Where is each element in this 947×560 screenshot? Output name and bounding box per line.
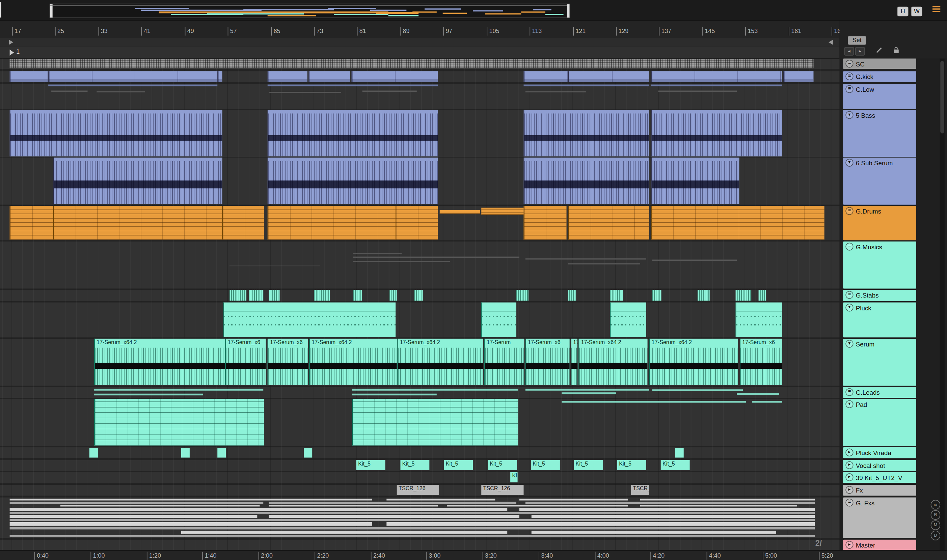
clip-mark[interactable] [362, 91, 417, 92]
clip-mark[interactable] [525, 258, 646, 260]
track-header-serum[interactable]: ▾Serum [843, 339, 916, 386]
clip-kit[interactable]: Kit_5 [356, 460, 385, 470]
clip-drums[interactable] [222, 206, 264, 240]
clip-kick[interactable] [217, 71, 222, 82]
clip-sub[interactable] [524, 157, 649, 204]
clip-lead[interactable] [525, 389, 649, 390]
clip-lead[interactable] [752, 401, 782, 403]
clip-drums[interactable] [396, 206, 438, 240]
clip-kick[interactable] [48, 71, 217, 82]
group-icon[interactable]: ≡ [845, 498, 853, 506]
unfold-icon[interactable]: ▾ [845, 400, 853, 408]
clip-lead[interactable] [352, 394, 437, 395]
clip-drums[interactable] [10, 206, 53, 240]
clip-drumthin[interactable] [481, 208, 524, 215]
clip-stab[interactable] [759, 290, 766, 301]
group-icon[interactable]: ≡ [845, 60, 853, 68]
track-header-master[interactable]: ▸Master [843, 540, 916, 550]
clip-serum[interactable]: 17-Serum_x6 [268, 339, 308, 385]
clip-drums[interactable] [524, 206, 566, 240]
clip-bass[interactable] [10, 110, 222, 157]
vertical-scrollbar[interactable] [939, 59, 944, 550]
clip-stab[interactable] [698, 290, 710, 301]
clip-serum[interactable]: 17-Serum_x6 [225, 339, 266, 385]
track-header-bass5[interactable]: ▾5 Bass [843, 110, 916, 157]
toggle-D-button[interactable]: D [931, 531, 941, 540]
clip-bass[interactable] [268, 110, 438, 157]
clip-kick[interactable] [308, 71, 350, 82]
clip-serum[interactable]: 17-Serum_x64 2 [649, 339, 738, 385]
clip-wave2[interactable] [525, 502, 815, 504]
next-locator-button[interactable]: ▸ [855, 47, 865, 56]
clip-pluck[interactable] [223, 303, 396, 337]
clip-wave[interactable] [640, 498, 815, 500]
track-header-gfxs[interactable]: ≡G. Fxs [843, 498, 916, 538]
clip-serum[interactable]: 17-Serum [484, 339, 524, 385]
bar-ruler[interactable]: 1725334149576573818997105113121129137145… [0, 20, 839, 38]
clip-kit[interactable]: Kit_5 [531, 460, 560, 470]
clip-serum[interactable]: 17-Serum_x6 [740, 339, 782, 385]
clip-lead[interactable] [652, 389, 743, 391]
clip-sq[interactable] [304, 448, 312, 458]
clip-sq[interactable] [217, 448, 226, 458]
clip-stab[interactable] [353, 290, 362, 301]
clip-sq[interactable] [181, 448, 190, 458]
clip-wave[interactable] [447, 505, 628, 507]
clip-markblue[interactable] [48, 85, 217, 86]
menu-icon[interactable] [933, 6, 940, 14]
clip-stab[interactable] [568, 290, 576, 301]
clip-lead[interactable] [562, 392, 616, 394]
clip-fxclip[interactable]: TSCR_126 [481, 485, 524, 495]
clip-kick[interactable] [524, 71, 568, 82]
clip-pluck[interactable] [481, 303, 516, 337]
clip-serum[interactable]: 17-Serum_x6 [525, 339, 570, 385]
clip-fxclip[interactable]: TSCR_126 [397, 485, 439, 495]
locator-label[interactable]: 1 [16, 48, 20, 55]
fold-icon[interactable]: ▸ [845, 486, 853, 494]
track-header-fx[interactable]: ▸Fx [843, 485, 916, 495]
clip-sq[interactable] [89, 448, 98, 458]
clip-wave[interactable] [386, 498, 495, 500]
clip-pad[interactable] [352, 399, 518, 446]
track-header-glow[interactable]: ≡G.Low [843, 84, 916, 109]
group-icon[interactable]: ≡ [845, 85, 853, 93]
clip-mark[interactable] [658, 91, 737, 92]
track-header-vocalshot[interactable]: ▸Vocal shot [843, 460, 916, 471]
overview-right-handle[interactable] [567, 5, 569, 17]
clip-kit[interactable]: Kit_5 [444, 460, 473, 470]
clip-wave[interactable] [269, 515, 519, 518]
clip-kick[interactable] [568, 71, 649, 82]
toggle-io-button[interactable]: io [931, 500, 941, 510]
track-header-pluck[interactable]: ▾Pluck [843, 303, 916, 338]
clip-wave[interactable] [10, 522, 372, 526]
fold-icon[interactable]: ▸ [845, 449, 853, 457]
clip-stab[interactable] [736, 290, 751, 301]
clip-mark[interactable] [97, 91, 145, 92]
group-icon[interactable]: ≡ [845, 243, 853, 250]
track-header-sc[interactable]: ≡SC [843, 59, 916, 69]
clip-stab[interactable] [249, 290, 263, 301]
clip-kit[interactable]: Kit_5 [400, 460, 429, 470]
playhead[interactable] [568, 59, 568, 550]
clip-mark[interactable] [353, 253, 402, 254]
track-header-pluckvirada[interactable]: ▸Pluck Virada [843, 447, 916, 458]
unfold-icon[interactable]: ▾ [845, 340, 853, 348]
clip-kit[interactable]: Kit_5 [617, 460, 646, 470]
clip-lead[interactable] [94, 394, 203, 395]
clip-kick[interactable] [351, 71, 438, 82]
clip-wave[interactable] [10, 508, 508, 511]
clip-wave[interactable] [60, 505, 260, 507]
clip-lead[interactable] [94, 389, 263, 390]
clip-drums[interactable] [651, 206, 824, 240]
clip-stab[interactable] [414, 290, 423, 301]
clip-stab[interactable] [269, 290, 279, 301]
clip-kick[interactable] [783, 71, 813, 82]
clip-wave2[interactable] [10, 502, 263, 504]
clip-wave[interactable] [181, 531, 507, 534]
lock-envelopes-icon[interactable] [894, 49, 898, 53]
w-button[interactable]: W [911, 7, 922, 17]
clip-sub[interactable] [53, 157, 222, 204]
clip-stab[interactable] [229, 290, 246, 301]
fold-icon[interactable]: ▸ [845, 541, 853, 549]
clip-mark[interactable] [51, 91, 88, 92]
